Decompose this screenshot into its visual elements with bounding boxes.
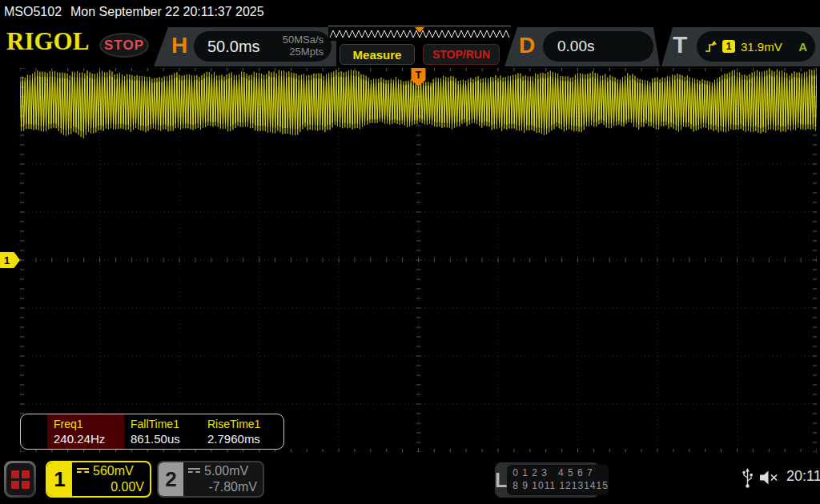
dc-coupling-icon — [188, 468, 200, 474]
clock-time: 20:11 — [786, 468, 820, 485]
delay-value: 0.00s — [557, 38, 594, 55]
channel1-status-block[interactable]: 1 560mV 0.00V — [46, 461, 151, 498]
waveform-preview-strip[interactable] — [328, 26, 511, 41]
measurement-results-box: Freq1 240.24Hz FallTime1 861.50us RiseTi… — [20, 414, 284, 450]
logic-label: L — [495, 469, 507, 492]
channel2-offset: -7.80mV — [188, 479, 257, 495]
measurement-label: RiseTime1 — [207, 418, 278, 430]
channel1-offset: 0.00V — [77, 479, 144, 495]
measurement-falltime1[interactable]: FallTime1 861.50us — [124, 414, 201, 449]
measure-button[interactable]: Measure — [340, 44, 415, 65]
sample-rate-memory: 50MSa/s 25Mpts — [283, 34, 324, 58]
delay-label: D — [519, 33, 535, 58]
horizontal-label: H — [171, 33, 187, 58]
delay-settings-tab[interactable]: D 0.00s — [504, 27, 660, 66]
titlebar: MSO5102 Mon September 22 20:11:37 2025 — [0, 0, 820, 24]
measurement-risetime1[interactable]: RiseTime1 2.7960ms — [201, 414, 278, 449]
menu-button[interactable] — [4, 461, 36, 498]
model-name: MSO5102 — [4, 5, 62, 19]
trigger-mode-auto: A — [798, 40, 807, 54]
preview-waveform-icon — [328, 26, 511, 42]
measurement-value: 861.50us — [131, 432, 201, 446]
measurement-value: 240.24Hz — [54, 432, 124, 446]
channel1-values: 560mV 0.00V — [72, 462, 150, 496]
measurement-freq1[interactable]: Freq1 240.24Hz — [47, 414, 124, 449]
trigger-settings-tab[interactable]: T 1 31.9mV A — [661, 27, 820, 66]
dc-coupling-icon — [77, 468, 89, 474]
channel2-status-block[interactable]: 2 5.00mV -7.80mV — [157, 461, 264, 498]
trigger-label: T — [673, 31, 687, 58]
channel1-number: 1 — [47, 462, 72, 496]
logic-channel-numbers: 0 1 2 3 4 5 6 7 8 9 1011 12131415 — [507, 465, 609, 495]
trigger-source-badge: 1 — [722, 40, 735, 53]
bottom-status-bar: 1 560mV 0.00V 2 5.00mV -7.80mV L 0 1 2 3… — [0, 456, 820, 504]
waveform-display[interactable]: T — [20, 68, 817, 452]
measurement-label: FallTime1 — [131, 418, 201, 430]
header-bar: RIGOL STOP H 50.0ms 50MSa/s 25Mpts Measu… — [0, 24, 820, 66]
acquisition-status-button[interactable]: STOP — [99, 33, 149, 58]
measurement-label: Freq1 — [54, 418, 124, 430]
logic-channels-block[interactable]: L 0 1 2 3 4 5 6 7 8 9 1011 12131415 — [495, 462, 599, 498]
channel2-number: 2 — [159, 462, 183, 496]
menu-grid-icon — [6, 463, 34, 495]
channel2-values: 5.00mV -7.80mV — [183, 462, 263, 496]
rising-edge-icon — [705, 40, 717, 54]
sample-rate: 50MSa/s — [283, 34, 324, 46]
delay-pill: 0.00s — [543, 31, 653, 62]
measurement-value: 2.7960ms — [207, 432, 278, 446]
logic-row1: 0 1 2 3 4 5 6 7 — [512, 467, 609, 480]
horizontal-settings-tab[interactable]: H 50.0ms 50MSa/s 25Mpts — [154, 27, 336, 66]
memory-depth: 25Mpts — [289, 46, 324, 58]
channel1-position-marker[interactable]: 1 — [0, 252, 20, 268]
channel2-scale: 5.00mV — [204, 463, 248, 479]
logic-row2: 8 9 1011 12131415 — [512, 480, 609, 493]
svg-text:T: T — [416, 70, 422, 81]
rigol-logo: RIGOL — [6, 27, 89, 56]
speaker-muted-icon — [758, 470, 780, 486]
usb-icon — [742, 466, 754, 489]
trigger-level-value: 31.9mV — [741, 40, 782, 54]
channel1-scale: 560mV — [93, 463, 134, 479]
trigger-pill: 1 31.9mV A — [697, 31, 815, 62]
stop-run-button[interactable]: STOP/RUN — [423, 44, 500, 65]
timebase-value: 50.0ms — [207, 38, 260, 56]
graticule-and-waveform: T — [20, 68, 817, 452]
datetime-text: Mon September 22 20:11:37 2025 — [70, 5, 264, 19]
timebase-pill: 50.0ms 50MSa/s 25Mpts — [194, 31, 332, 62]
